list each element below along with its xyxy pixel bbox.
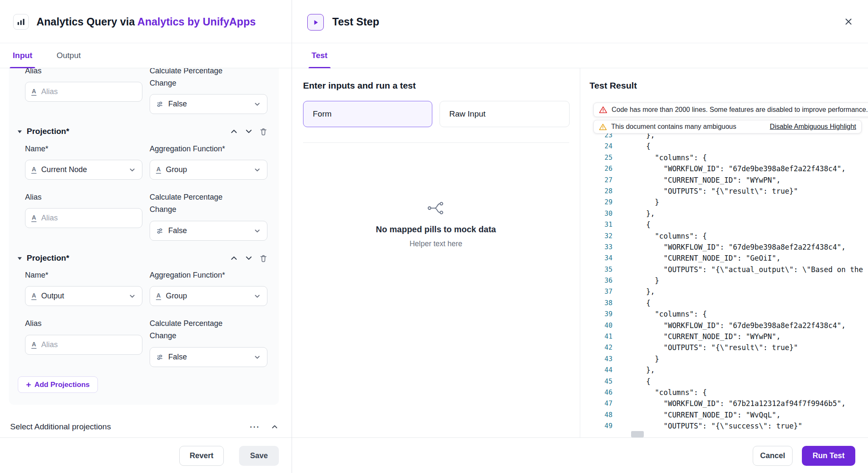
- calc-pct-value: False: [168, 226, 187, 235]
- code-line: 26 "WORKFLOW_ID": "67de9be398a8ef2a22f43…: [580, 163, 868, 174]
- move-down-icon[interactable]: [244, 253, 253, 263]
- line-text: "OUTPUTS": "{\"actual_output\": \"Based …: [637, 264, 863, 275]
- warning-icon: [599, 106, 607, 114]
- chevron-down-icon: [253, 353, 261, 361]
- line-text: {: [637, 376, 651, 387]
- tab-test[interactable]: Test: [309, 43, 331, 68]
- alias-input[interactable]: [41, 214, 136, 223]
- name-label: Name*: [25, 143, 48, 155]
- line-number: 39: [580, 309, 612, 320]
- line-number: 45: [580, 376, 612, 387]
- calc-pct-dropdown[interactable]: False: [150, 94, 267, 114]
- alias-label: Alias: [25, 317, 42, 330]
- title-brand-link[interactable]: Analytics by UnifyApps: [137, 16, 256, 28]
- ambiguous-warning-banner: This document contains many ambiguous Di…: [593, 120, 862, 134]
- trash-icon[interactable]: [259, 127, 268, 136]
- test-body: Enter inputs and run a test Form Raw Inp…: [292, 68, 868, 437]
- projection-title: Projection*: [27, 253, 69, 263]
- line-number: 29: [580, 197, 612, 208]
- tab-output[interactable]: Output: [53, 43, 83, 68]
- raw-input-mode-button[interactable]: Raw Input: [440, 101, 570, 127]
- revert-button[interactable]: Revert: [179, 446, 224, 466]
- alias-input-field[interactable]: A: [25, 82, 142, 102]
- alias-input-field[interactable]: A: [25, 335, 142, 355]
- code-line: 49 "OUTPUTS": "{\"success\": true}": [580, 420, 868, 431]
- chevron-down-icon: [253, 100, 261, 108]
- alias-input[interactable]: [41, 87, 136, 96]
- line-number: 36: [580, 275, 612, 286]
- line-number: 31: [580, 219, 612, 230]
- line-text: "columns": {: [637, 387, 707, 398]
- play-icon: [307, 14, 324, 31]
- aggregation-dropdown[interactable]: A Group: [150, 160, 267, 180]
- move-down-icon[interactable]: [244, 127, 253, 136]
- text-type-icon: A: [31, 292, 36, 300]
- aggregation-label: Aggregation Function*: [150, 143, 225, 155]
- close-icon[interactable]: [843, 16, 854, 28]
- ellipsis-icon[interactable]: ⋯: [249, 422, 259, 432]
- aggregation-value: Group: [166, 165, 187, 174]
- line-number: 32: [580, 231, 612, 242]
- alias-label: Alias: [25, 191, 42, 203]
- code-editor[interactable]: 23 },24 {25 "columns": {26 "WORKFLOW_ID"…: [580, 130, 868, 437]
- form-mode-button[interactable]: Form: [303, 101, 432, 127]
- collapse-triangle-icon[interactable]: [17, 129, 22, 134]
- line-text: "columns": {: [637, 152, 707, 163]
- line-number: 37: [580, 286, 612, 297]
- code-line: 42 "OUTPUTS": "{\"result\": true}": [580, 342, 868, 353]
- aggregation-dropdown[interactable]: A Group: [150, 286, 267, 306]
- result-heading: Test Result: [590, 81, 637, 91]
- alias-input[interactable]: [41, 340, 136, 349]
- test-step-title: Test Step: [332, 16, 379, 28]
- calc-pct-dropdown[interactable]: False: [150, 347, 267, 367]
- code-line: 30 },: [580, 208, 868, 219]
- calc-pct-value: False: [168, 353, 187, 362]
- lines-warning-text: Code has more than 2000 lines. Some feat…: [612, 106, 868, 114]
- save-button[interactable]: Save: [239, 446, 279, 466]
- line-text: "WORKFLOW_ID": "67de9be398a8ef2a22f438c4…: [637, 242, 846, 253]
- disable-ambiguous-highlight-link[interactable]: Disable Ambiguous Highlight: [770, 123, 856, 131]
- empty-state-helper: Helper text here: [292, 239, 580, 248]
- line-text: "WORKFLOW_ID": "67de9be398a8ef2a22f438c4…: [637, 163, 846, 174]
- line-text: {: [637, 141, 651, 152]
- calc-pct-value: False: [168, 100, 187, 109]
- code-line: 39 "columns": {: [580, 309, 868, 320]
- collapse-triangle-icon[interactable]: [17, 256, 22, 261]
- cancel-button[interactable]: Cancel: [753, 446, 793, 466]
- move-up-icon[interactable]: [229, 127, 239, 136]
- additional-projections-label: Select Additional projections: [10, 422, 111, 431]
- line-number: 48: [580, 409, 612, 420]
- config-form: Alias Calculate Percentage Change A Fals…: [0, 68, 292, 437]
- chevron-down-icon: [253, 292, 261, 300]
- chevron-up-icon[interactable]: [270, 423, 279, 431]
- projection-name-dropdown[interactable]: A Output: [25, 286, 142, 306]
- toggle-type-icon: [156, 353, 164, 361]
- code-line: 44 },: [580, 364, 868, 376]
- add-projections-label: Add Projections: [34, 381, 89, 389]
- line-number: 41: [580, 331, 612, 342]
- add-projections-button[interactable]: + Add Projections: [18, 376, 98, 393]
- code-line: 31 {: [580, 219, 868, 230]
- run-test-button[interactable]: Run Test: [802, 446, 855, 466]
- projection-name-dropdown[interactable]: A Current Node: [25, 160, 142, 180]
- test-result-section: Test Result Code has more than 2000 line…: [580, 68, 868, 437]
- calc-pct-dropdown[interactable]: False: [150, 221, 267, 241]
- code-line: 33 "WORKFLOW_ID": "67de9be398a8ef2a22f43…: [580, 242, 868, 253]
- trash-icon[interactable]: [259, 254, 268, 263]
- projection-name-value: Current Node: [41, 165, 87, 174]
- toggle-type-icon: [156, 227, 164, 235]
- editor-scrollbar[interactable]: [631, 431, 644, 437]
- alias-input-field[interactable]: A: [25, 208, 142, 228]
- line-text: },: [637, 364, 655, 376]
- line-number: 30: [580, 208, 612, 219]
- tab-input[interactable]: Input: [10, 43, 35, 68]
- text-type-icon: A: [31, 214, 36, 222]
- move-up-icon[interactable]: [229, 253, 239, 263]
- additional-projections-row[interactable]: Select Additional projections ⋯: [10, 421, 279, 433]
- test-step-panel: Test Step Test Enter inputs and run a te…: [292, 0, 868, 473]
- line-number: 27: [580, 175, 612, 186]
- line-text: {: [637, 219, 651, 230]
- line-number: 24: [580, 141, 612, 152]
- test-tabs: Test: [292, 43, 868, 68]
- left-config-panel: Analytics Query via Analytics by UnifyAp…: [0, 0, 292, 473]
